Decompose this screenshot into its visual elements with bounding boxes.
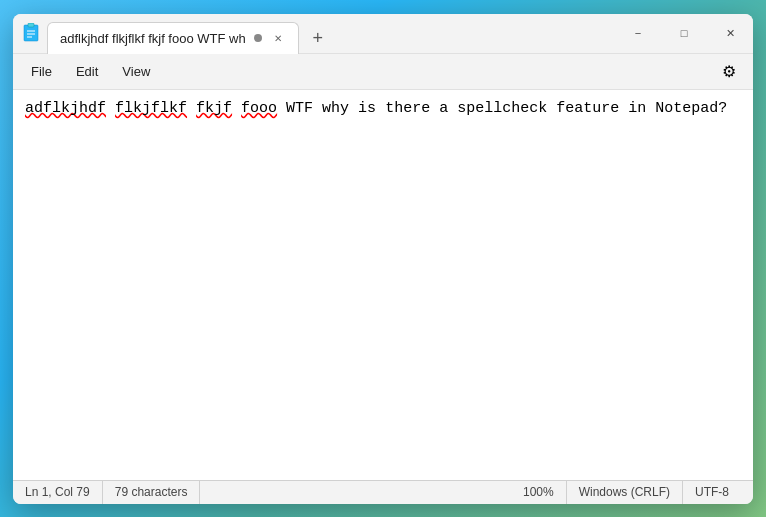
character-count: 79 characters xyxy=(103,481,201,504)
editor-content[interactable]: adflkjhdf flkjflkf fkjf fooo WTF why is … xyxy=(25,98,741,121)
title-bar: adflkjhdf flkjflkf fkjf fooo WTF wh ✕ + … xyxy=(13,14,753,54)
line-ending: Windows (CRLF) xyxy=(567,481,683,504)
tabs-area: adflkjhdf flkjflkf fkjf fooo WTF wh ✕ + xyxy=(47,14,615,53)
tab-close-button[interactable]: ✕ xyxy=(270,30,286,46)
misspelled-word-4: fooo xyxy=(241,100,277,117)
settings-button[interactable]: ⚙ xyxy=(713,55,745,87)
new-tab-button[interactable]: + xyxy=(303,25,333,53)
close-button[interactable]: ✕ xyxy=(707,14,753,53)
minimize-button[interactable]: − xyxy=(615,14,661,53)
svg-rect-1 xyxy=(28,23,34,27)
editor-normal-text: WTF why is there a spellcheck feature in… xyxy=(277,100,727,117)
file-menu[interactable]: File xyxy=(21,60,62,83)
misspelled-word-2: flkjflkf xyxy=(115,100,187,117)
encoding: UTF-8 xyxy=(683,481,741,504)
editor-area[interactable]: adflkjhdf flkjflkf fkjf fooo WTF why is … xyxy=(13,90,753,480)
tab-modified-dot xyxy=(254,34,262,42)
menu-bar: File Edit View ⚙ xyxy=(13,54,753,90)
tab-label: adflkjhdf flkjflkf fkjf fooo WTF wh xyxy=(60,31,246,46)
zoom-level: 100% xyxy=(511,481,567,504)
active-tab[interactable]: adflkjhdf flkjflkf fkjf fooo WTF wh ✕ xyxy=(47,22,299,54)
svg-rect-0 xyxy=(24,25,38,41)
window-controls: − □ ✕ xyxy=(615,14,753,53)
misspelled-word-1: adflkjhdf xyxy=(25,100,106,117)
status-bar: Ln 1, Col 79 79 characters 100% Windows … xyxy=(13,480,753,504)
notepad-icon xyxy=(21,23,41,43)
cursor-position: Ln 1, Col 79 xyxy=(25,481,103,504)
notepad-window: adflkjhdf flkjflkf fkjf fooo WTF wh ✕ + … xyxy=(13,14,753,504)
view-menu[interactable]: View xyxy=(112,60,160,83)
edit-menu[interactable]: Edit xyxy=(66,60,108,83)
maximize-button[interactable]: □ xyxy=(661,14,707,53)
misspelled-word-3: fkjf xyxy=(196,100,232,117)
